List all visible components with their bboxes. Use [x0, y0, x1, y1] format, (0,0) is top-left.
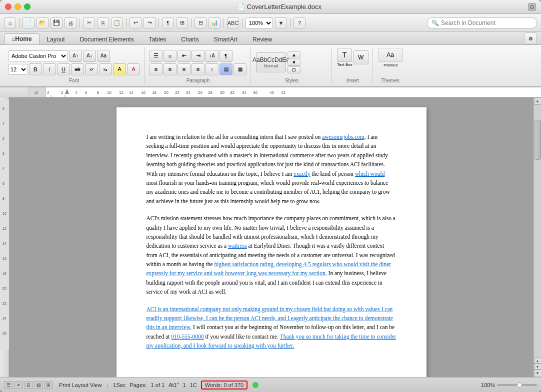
view-page-btn[interactable]: ⊟ — [24, 381, 33, 389]
highlight-btn[interactable]: A — [113, 63, 126, 75]
style-more-btn[interactable]: ⊡ — [288, 66, 300, 73]
style-down-btn[interactable]: ▼ — [288, 59, 300, 66]
svg-text:42: 42 — [281, 90, 286, 95]
ribbon-group-paragraph: ☰ ≡ ⇤ ⇥ ↕A ¶ ≡ ≡ ≡ ≡ ↕ ▤ ▦ — [146, 47, 251, 84]
insert-table-btn[interactable]: ⊟ — [194, 17, 206, 28]
link-phone[interactable]: 010-555-0000 — [171, 334, 204, 340]
sep5 — [191, 18, 192, 28]
tab-home[interactable]: ⌂ Home — [4, 33, 40, 44]
view-web-btn[interactable]: ⊞ — [44, 381, 53, 389]
document-area[interactable]: I am writing in relation to the ad for a… — [9, 97, 534, 377]
cut-btn[interactable]: ✂ — [83, 17, 95, 28]
sort-btn[interactable]: ↕A — [206, 50, 218, 62]
svg-text:26: 26 — [2, 332, 6, 335]
view-btn[interactable]: ⊞ — [176, 17, 188, 28]
superscript-btn[interactable]: x² — [85, 63, 98, 75]
line-spacing-btn[interactable]: ↕ — [206, 63, 218, 75]
paste-btn[interactable]: 📋 — [111, 17, 123, 28]
insert-wordart-icon[interactable]: W — [354, 50, 368, 64]
para-marks-btn[interactable]: ¶ — [220, 50, 232, 62]
svg-text:12: 12 — [2, 227, 6, 230]
sep6 — [224, 18, 224, 28]
numbering-btn[interactable]: ≡ — [164, 50, 176, 62]
ribbon-options-btn[interactable]: ⚙ — [524, 32, 537, 44]
scroll-thumb[interactable] — [534, 120, 541, 160]
col-label: 1C — [190, 382, 197, 388]
scroll-up-btn[interactable]: ▲ — [534, 97, 542, 105]
scroll-track[interactable] — [534, 105, 541, 358]
copy-btn[interactable]: ⎘ — [97, 17, 109, 28]
undo-btn[interactable]: ↩ — [130, 17, 142, 28]
print-btn[interactable]: 🖨 — [64, 17, 76, 28]
save-btn[interactable]: 💾 — [50, 17, 62, 28]
close-button[interactable] — [5, 3, 12, 10]
minimize-button[interactable] — [14, 3, 21, 10]
svg-text:30: 30 — [220, 90, 224, 95]
svg-text:36: 36 — [253, 90, 258, 95]
tab-tables[interactable]: Tables — [142, 33, 174, 44]
font-select[interactable]: Adobe Caslon Pro — [8, 50, 68, 61]
tab-layout[interactable]: Layout — [40, 33, 72, 44]
resize-button[interactable]: ⊡ — [528, 3, 536, 11]
view-outline-btn[interactable]: ≡ — [14, 381, 23, 389]
ribbon-group-font: Adobe Caslon Pro A↑ A↓ Aa 12 B I U ab — [4, 47, 144, 84]
pages-label: Pages: — [130, 382, 146, 388]
text-color-btn[interactable]: A — [127, 63, 140, 75]
bullets-btn[interactable]: ☰ — [150, 50, 162, 62]
ribbon-content: Adobe Caslon Pro A↑ A↓ Aa 12 B I U ab — [0, 45, 541, 87]
strikethrough-btn[interactable]: ab — [71, 63, 84, 75]
view-list-btn[interactable]: ☰ — [4, 381, 13, 389]
link-highest-satisfaction: highest satisfaction rating, developing … — [146, 261, 392, 276]
svg-text:10: 10 — [107, 90, 112, 95]
search-input[interactable] — [441, 19, 531, 26]
underline-btn[interactable]: U — [57, 63, 70, 75]
shading-btn[interactable]: ▤ — [220, 63, 232, 75]
tab-smartart[interactable]: SmartArt — [206, 33, 245, 44]
home-toolbar-btn[interactable]: ⌂ — [4, 17, 16, 28]
svg-text:34: 34 — [242, 90, 246, 95]
view-layout-btn[interactable]: ▤ — [34, 381, 43, 389]
svg-text:20: 20 — [164, 90, 168, 95]
tab-review[interactable]: Review — [245, 33, 280, 44]
help-btn[interactable]: ? — [294, 17, 306, 28]
search-icon: 🔍 — [432, 19, 439, 26]
align-left-btn[interactable]: ≡ — [150, 63, 162, 75]
indent-dec-btn[interactable]: ⇤ — [178, 50, 190, 62]
open-btn[interactable]: 📂 — [36, 17, 48, 28]
tab-document-elements[interactable]: Document Elements — [72, 33, 142, 44]
style-up-btn[interactable]: ▲ — [288, 51, 300, 58]
scroll-page-down-btn[interactable]: ▼ — [534, 364, 542, 370]
justify-btn[interactable]: ≡ — [192, 63, 204, 75]
svg-text:2: 2 — [2, 152, 4, 155]
scroll-down-btn[interactable]: ▼ — [534, 370, 542, 377]
status-view-label: Print Layout View — [59, 382, 102, 388]
font-aa[interactable]: Aa — [97, 50, 110, 62]
align-center-btn[interactable]: ≡ — [164, 63, 176, 75]
format-btn[interactable]: ¶ — [162, 17, 174, 28]
spell-btn[interactable]: ABC — [227, 17, 239, 28]
scroll-page-up-btn[interactable]: ▲ — [534, 358, 542, 364]
subscript-btn[interactable]: x₂ — [99, 63, 112, 75]
insert-chart-btn[interactable]: 📊 — [208, 17, 220, 28]
borders-btn[interactable]: ▦ — [234, 63, 246, 75]
italic-btn[interactable]: I — [43, 63, 56, 75]
svg-text:18: 18 — [152, 90, 156, 95]
font-size-select[interactable]: 12 — [8, 64, 28, 75]
redo-btn[interactable]: ↪ — [144, 17, 156, 28]
zoom-expand-btn[interactable]: ▼ — [275, 17, 287, 28]
font-size-up[interactable]: A↑ — [69, 50, 82, 62]
align-right-btn[interactable]: ≡ — [178, 63, 190, 75]
style-normal[interactable]: AaBbCcDdEe Normal — [256, 52, 286, 72]
font-size-down[interactable]: A↓ — [83, 50, 96, 62]
link-awesomejobs[interactable]: awesomejobs.com — [322, 134, 364, 140]
bold-btn[interactable]: B — [29, 63, 42, 75]
tab-charts[interactable]: Charts — [174, 33, 206, 44]
style-preview-text: AaBbCcDdEe — [252, 56, 290, 63]
zoom-track[interactable] — [497, 384, 537, 386]
indent-inc-btn[interactable]: ⇥ — [192, 50, 204, 62]
new-btn[interactable]: 📄 — [22, 17, 34, 28]
zoom-thumb[interactable] — [517, 383, 522, 388]
maximize-button[interactable] — [24, 3, 30, 10]
themes-btn-aa[interactable]: Aa — [378, 48, 403, 62]
zoom-select[interactable]: 100% — [246, 17, 273, 28]
